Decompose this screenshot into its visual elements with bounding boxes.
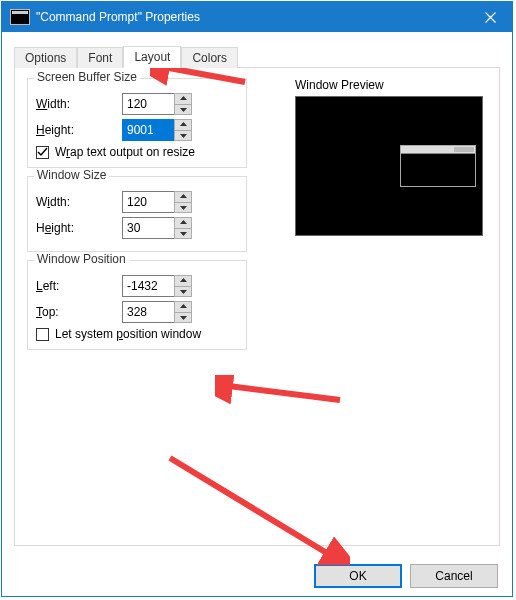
pos-left-input[interactable] <box>122 275 174 297</box>
buffer-width-input[interactable] <box>122 93 174 115</box>
window-title: "Command Prompt" Properties <box>36 10 468 24</box>
group-window-size: Window Size Width: Height: <box>27 176 247 252</box>
cancel-button[interactable]: Cancel <box>410 564 498 588</box>
label-buffer-width: Width: <box>36 97 122 111</box>
button-bar: OK Cancel <box>2 556 512 596</box>
sys-position-label: Let system position window <box>55 327 201 341</box>
spin-up-icon[interactable] <box>174 301 192 312</box>
preview-label: Window Preview <box>295 78 485 92</box>
spin-down-icon[interactable] <box>174 202 192 214</box>
close-button[interactable] <box>468 2 512 32</box>
spin-down-icon[interactable] <box>174 130 192 142</box>
titlebar[interactable]: "Command Prompt" Properties <box>2 2 512 32</box>
buffer-width-spinner[interactable] <box>122 93 192 115</box>
group-legend: Window Size <box>34 168 109 182</box>
pos-top-input[interactable] <box>122 301 174 323</box>
preview-mini-window <box>400 145 476 187</box>
spin-down-icon[interactable] <box>174 228 192 240</box>
preview-area: Window Preview <box>295 78 485 236</box>
tab-layout[interactable]: Layout <box>123 46 181 68</box>
label-pos-left: Left: <box>36 279 122 293</box>
ok-button[interactable]: OK <box>314 564 402 588</box>
pos-top-spinner[interactable] <box>122 301 192 323</box>
preview-mini-titlebar <box>401 146 475 154</box>
spin-up-icon[interactable] <box>174 119 192 130</box>
spin-down-icon[interactable] <box>174 286 192 298</box>
label-win-width: Width: <box>36 195 122 209</box>
win-width-input[interactable] <box>122 191 174 213</box>
cmd-icon <box>10 9 30 25</box>
group-window-position: Window Position Left: Top: <box>27 260 247 350</box>
pos-left-spinner[interactable] <box>122 275 192 297</box>
window-preview <box>295 96 483 236</box>
spin-up-icon[interactable] <box>174 217 192 228</box>
properties-window: "Command Prompt" Properties Options Font… <box>1 1 513 597</box>
group-legend: Window Position <box>34 252 129 266</box>
wrap-text-label: Wrap text output on resize <box>55 145 195 159</box>
win-height-spinner[interactable] <box>122 217 192 239</box>
label-pos-top: Top: <box>36 305 122 319</box>
tab-strip: Options Font Layout Colors <box>14 44 500 67</box>
sys-position-checkbox[interactable]: Let system position window <box>36 327 238 341</box>
checkbox-icon <box>36 146 49 159</box>
win-width-spinner[interactable] <box>122 191 192 213</box>
tab-options[interactable]: Options <box>14 47 77 68</box>
spin-down-icon[interactable] <box>174 104 192 116</box>
tab-font[interactable]: Font <box>77 47 123 68</box>
group-screen-buffer: Screen Buffer Size Width: Height: <box>27 78 247 168</box>
tab-pane-layout: Screen Buffer Size Width: Height: <box>14 67 500 546</box>
wrap-text-checkbox[interactable]: Wrap text output on resize <box>36 145 238 159</box>
checkbox-icon <box>36 328 49 341</box>
spin-up-icon[interactable] <box>174 191 192 202</box>
tab-colors[interactable]: Colors <box>181 47 238 68</box>
label-win-height: Height: <box>36 221 122 235</box>
label-buffer-height: Height: <box>36 123 122 137</box>
client-area: Options Font Layout Colors Screen Buffer… <box>2 32 512 556</box>
win-height-input[interactable] <box>122 217 174 239</box>
spin-up-icon[interactable] <box>174 93 192 104</box>
buffer-height-spinner[interactable] <box>122 119 192 141</box>
buffer-height-input[interactable] <box>122 119 174 141</box>
spin-down-icon[interactable] <box>174 312 192 324</box>
spin-up-icon[interactable] <box>174 275 192 286</box>
group-legend: Screen Buffer Size <box>34 70 140 84</box>
